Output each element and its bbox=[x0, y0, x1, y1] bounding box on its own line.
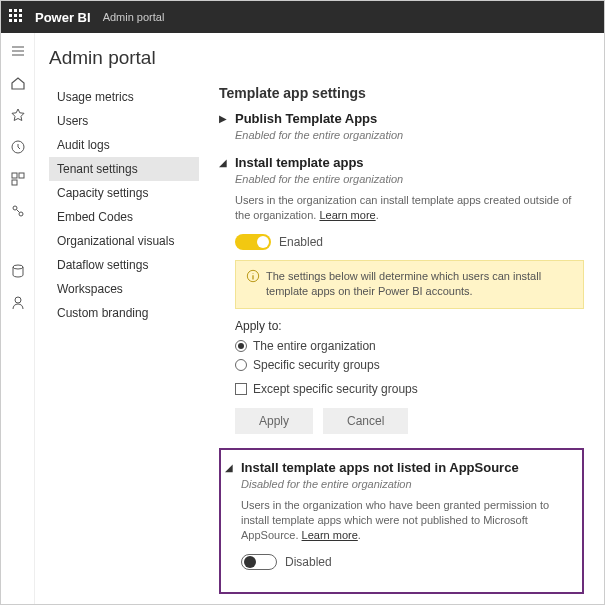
not-listed-title: Install template apps not listed in AppS… bbox=[241, 460, 519, 475]
svg-rect-3 bbox=[12, 180, 17, 185]
learn-more-link[interactable]: Learn more bbox=[319, 209, 375, 221]
page-title: Admin portal bbox=[49, 47, 584, 69]
learn-more-link[interactable]: Learn more bbox=[302, 529, 358, 541]
chevron-right-icon: ▶ bbox=[219, 111, 229, 127]
not-listed-disabled-toggle[interactable] bbox=[241, 554, 277, 570]
install-enabled-toggle[interactable] bbox=[235, 234, 271, 250]
install-not-listed-section: ◢ Install template apps not listed in Ap… bbox=[225, 460, 572, 570]
settings-nav: Usage metricsUsersAudit logsTenant setti… bbox=[49, 85, 199, 604]
publish-subtitle: Enabled for the entire organization bbox=[235, 129, 584, 141]
nav-rail bbox=[1, 33, 35, 604]
nav-item-organizational-visuals[interactable]: Organizational visuals bbox=[49, 229, 199, 253]
svg-rect-2 bbox=[19, 173, 24, 178]
install-info-banner: The settings below will determine which … bbox=[235, 260, 584, 309]
nav-item-custom-branding[interactable]: Custom branding bbox=[49, 301, 199, 325]
svg-point-7 bbox=[15, 297, 21, 303]
radio-specific-groups[interactable]: Specific security groups bbox=[235, 358, 584, 372]
brand-label: Power BI bbox=[35, 10, 91, 25]
not-listed-subtitle: Disabled for the entire organization bbox=[241, 478, 572, 490]
not-listed-expand-header[interactable]: ◢ Install template apps not listed in Ap… bbox=[225, 460, 572, 476]
install-toggle-label: Enabled bbox=[279, 235, 323, 249]
publish-expand-header[interactable]: ▶ Publish Template Apps bbox=[219, 111, 584, 127]
apply-to-label: Apply to: bbox=[235, 319, 584, 333]
app-launcher-icon[interactable] bbox=[9, 9, 25, 25]
clock-icon[interactable] bbox=[10, 139, 26, 155]
install-description: Users in the organization can install te… bbox=[235, 193, 584, 224]
not-listed-description: Users in the organization who have been … bbox=[241, 498, 572, 544]
svg-point-6 bbox=[13, 265, 23, 269]
menu-icon[interactable] bbox=[10, 43, 26, 59]
checkbox-icon bbox=[235, 383, 247, 395]
chevron-down-icon: ◢ bbox=[219, 155, 229, 171]
info-icon bbox=[246, 269, 260, 283]
radio-entire-org[interactable]: The entire organization bbox=[235, 339, 584, 353]
publish-template-apps-section: ▶ Publish Template Apps Enabled for the … bbox=[219, 111, 584, 141]
radio-icon bbox=[235, 359, 247, 371]
radio-icon bbox=[235, 340, 247, 352]
cancel-button[interactable]: Cancel bbox=[323, 408, 408, 434]
data-icon[interactable] bbox=[10, 263, 26, 279]
nav-item-usage-metrics[interactable]: Usage metrics bbox=[49, 85, 199, 109]
apps-icon[interactable] bbox=[10, 171, 26, 187]
chevron-down-icon: ◢ bbox=[225, 460, 235, 476]
section-heading: Template app settings bbox=[219, 85, 584, 101]
not-listed-toggle-label: Disabled bbox=[285, 555, 332, 569]
nav-item-audit-logs[interactable]: Audit logs bbox=[49, 133, 199, 157]
apply-button[interactable]: Apply bbox=[235, 408, 313, 434]
home-icon[interactable] bbox=[10, 75, 26, 91]
nav-item-dataflow-settings[interactable]: Dataflow settings bbox=[49, 253, 199, 277]
svg-point-4 bbox=[13, 206, 17, 210]
share-icon[interactable] bbox=[10, 203, 26, 219]
checkbox-except-groups[interactable]: Except specific security groups bbox=[235, 382, 584, 396]
install-expand-header[interactable]: ◢ Install template apps bbox=[219, 155, 584, 171]
breadcrumb: Admin portal bbox=[103, 11, 165, 23]
install-subtitle: Enabled for the entire organization bbox=[235, 173, 584, 185]
publish-title: Publish Template Apps bbox=[235, 111, 377, 126]
user-icon[interactable] bbox=[10, 295, 26, 311]
nav-item-workspaces[interactable]: Workspaces bbox=[49, 277, 199, 301]
nav-item-capacity-settings[interactable]: Capacity settings bbox=[49, 181, 199, 205]
nav-item-embed-codes[interactable]: Embed Codes bbox=[49, 205, 199, 229]
install-template-apps-section: ◢ Install template apps Enabled for the … bbox=[219, 155, 584, 434]
top-bar: Power BI Admin portal bbox=[1, 1, 604, 33]
nav-item-tenant-settings[interactable]: Tenant settings bbox=[49, 157, 199, 181]
nav-item-users[interactable]: Users bbox=[49, 109, 199, 133]
star-icon[interactable] bbox=[10, 107, 26, 123]
not-listed-highlight: ◢ Install template apps not listed in Ap… bbox=[219, 448, 584, 594]
svg-point-5 bbox=[19, 212, 23, 216]
svg-rect-1 bbox=[12, 173, 17, 178]
install-title: Install template apps bbox=[235, 155, 364, 170]
